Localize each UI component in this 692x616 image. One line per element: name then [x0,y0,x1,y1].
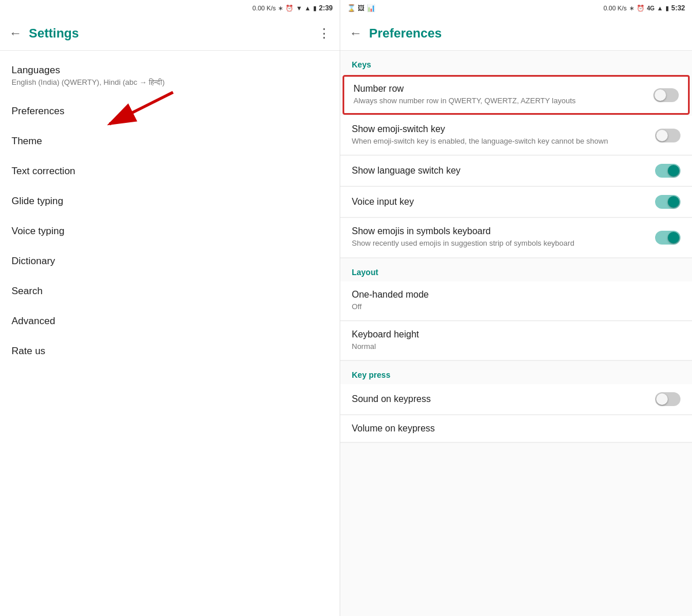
right-time: 5:32 [671,4,685,12]
right-signal-icon: ▲ [657,5,663,12]
signal-icon: ▲ [304,5,311,12]
settings-item-preferences[interactable]: Preferences [0,96,340,126]
toggle-knob [668,165,679,176]
settings-item-rate-us[interactable]: Rate us [0,336,340,366]
settings-item-subtitle-0: English (India) (QWERTY), Hindi (abc → ह… [12,78,328,87]
pref-content-0-1: Show emoji-switch keyWhen emoji-switch k… [352,124,655,147]
left-toolbar: ← Settings ⋮ [0,16,340,51]
pref-title-1-1: Keyboard height [352,329,680,340]
pref-title-1-0: One-handed mode [352,290,680,300]
settings-item-dictionary[interactable]: Dictionary [0,246,340,276]
pref-content-1-1: Keyboard heightNormal [352,329,680,352]
settings-item-title-9: Rate us [12,345,328,357]
preferences-list: KeysNumber rowAlways show number row in … [340,51,692,616]
toggle-sound-on-keypress[interactable] [655,392,680,406]
left-speed: 0.00 K/s [253,5,276,12]
pref-content-2-0: Sound on keypress [352,394,655,404]
pref-title-0-2: Show language switch key [352,166,655,176]
settings-item-text-correction[interactable]: Text correction [0,156,340,186]
pref-subtitle-0-1: When emoji-switch key is enabled, the la… [352,136,655,147]
pref-item-number-row[interactable]: Number rowAlways show number row in QWER… [343,75,690,115]
pref-item-one-handed-mode[interactable]: One-handed modeOff [340,281,692,321]
right-toolbar: ← Preferences [340,16,692,51]
pref-content-1-0: One-handed modeOff [352,290,680,312]
pref-title-0-3: Voice input key [352,197,655,207]
right-speed: 0.00 K/s [603,5,626,12]
left-toolbar-title: Settings [29,26,311,41]
settings-item-title-5: Voice typing [12,226,328,237]
pref-subtitle-0-0: Always show number row in QWERTY, QWERTZ… [353,96,653,106]
settings-item-theme[interactable]: Theme [0,126,340,156]
settings-item-search[interactable]: Search [0,276,340,306]
pref-content-2-1: Volume on keypress [352,423,680,434]
right-alarm-icon: ⏰ [637,5,645,12]
right-battery-icon: ▮ [665,5,669,12]
pref-item-show-emoji-switch-key[interactable]: Show emoji-switch keyWhen emoji-switch k… [340,116,692,155]
pref-subtitle-1-1: Normal [352,341,680,352]
pref-subtitle-0-4: Show recently used emojis in suggestion … [352,238,655,249]
pref-content-0-0: Number rowAlways show number row in QWER… [353,84,653,106]
right-back-button[interactable]: ← [349,26,362,41]
right-bluetooth-icon: ∗ [629,5,634,12]
toggle-knob [655,89,666,101]
toggle-knob [656,130,668,141]
toggle-knob [668,232,679,243]
settings-item-voice-typing[interactable]: Voice typing [0,216,340,246]
left-panel: 0.00 K/s ∗ ⏰ ▼ ▲ ▮ 2:39 ← Settings ⋮ Lan… [0,0,340,616]
settings-item-glide-typing[interactable]: Glide typing [0,186,340,216]
pref-item-sound-on-keypress[interactable]: Sound on keypress [340,384,692,415]
settings-item-languages[interactable]: LanguagesEnglish (India) (QWERTY), Hindi… [0,55,340,96]
toggle-knob [656,393,668,405]
toggle-voice-input-key[interactable] [655,195,680,209]
settings-item-title-1: Preferences [12,106,328,117]
settings-item-title-2: Theme [12,136,328,147]
settings-item-title-0: Languages [12,65,328,76]
pref-title-0-1: Show emoji-switch key [352,124,655,134]
battery-icon: ▮ [313,5,317,12]
settings-list: LanguagesEnglish (India) (QWERTY), Hindi… [0,51,340,616]
pref-content-0-4: Show emojis in symbols keyboardShow rece… [352,226,655,249]
pref-subtitle-1-0: Off [352,302,680,312]
pref-title-0-4: Show emojis in symbols keyboard [352,226,655,236]
settings-item-title-7: Search [12,286,328,297]
settings-item-title-4: Glide typing [12,196,328,207]
alarm-icon: ⏰ [285,5,294,12]
left-back-button[interactable]: ← [9,26,22,41]
bluetooth-icon: ∗ [278,5,283,12]
settings-item-title-3: Text correction [12,166,328,177]
right-extra-icons: ⌛ 🖼 📊 [347,4,375,12]
pref-title-2-1: Volume on keypress [352,423,680,434]
toggle-number-row[interactable] [653,88,679,102]
section-header-keys: Keys [340,51,692,74]
wifi-icon: ▼ [296,5,302,12]
left-time: 2:39 [319,4,333,12]
pref-title-2-0: Sound on keypress [352,394,655,404]
pref-item-volume-on-keypress[interactable]: Volume on keypress [340,415,692,442]
pref-title-0-0: Number row [353,84,653,94]
right-status-bar: ⌛ 🖼 📊 0.00 K/s ∗ ⏰ 4G ▲ ▮ 5:32 [340,0,692,16]
section-header-layout: Layout [340,258,692,281]
settings-item-title-6: Dictionary [12,256,328,267]
pref-item-voice-input-key[interactable]: Voice input key [340,187,692,217]
toggle-show-emoji-switch-key[interactable] [655,129,680,142]
settings-item-advanced[interactable]: Advanced [0,306,340,336]
pref-content-0-2: Show language switch key [352,166,655,176]
pref-content-0-3: Voice input key [352,197,655,207]
pref-item-show-language-switch-key[interactable]: Show language switch key [340,156,692,186]
toggle-show-language-switch-key[interactable] [655,164,680,178]
divider [340,442,692,443]
toggle-show-emojis-in-symbols-keyboard[interactable] [655,231,680,245]
left-status-bar: 0.00 K/s ∗ ⏰ ▼ ▲ ▮ 2:39 [0,0,340,16]
right-panel: ⌛ 🖼 📊 0.00 K/s ∗ ⏰ 4G ▲ ▮ 5:32 ← Prefere… [340,0,692,616]
right-network-icon: 4G [647,5,655,12]
more-options-button[interactable]: ⋮ [318,26,330,41]
pref-item-show-emojis-in-symbols-keyboard[interactable]: Show emojis in symbols keyboardShow rece… [340,218,692,257]
toggle-knob [668,196,679,208]
settings-item-title-8: Advanced [12,315,328,327]
section-header-key-press: Key press [340,361,692,384]
right-toolbar-title: Preferences [369,26,683,41]
pref-item-keyboard-height[interactable]: Keyboard heightNormal [340,321,692,360]
